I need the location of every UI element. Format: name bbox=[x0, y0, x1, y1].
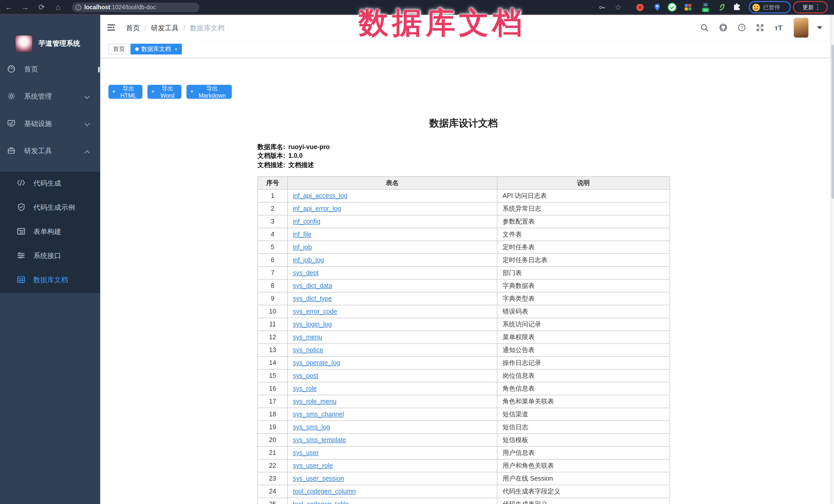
sidebar-item-db-doc[interactable]: 数据库文档 bbox=[0, 268, 100, 292]
table-name-link[interactable]: inf_job bbox=[293, 244, 312, 251]
sidebar-item-form-builder[interactable]: 表单构建 bbox=[0, 220, 100, 244]
export-html-button[interactable]: +导出 HTML bbox=[108, 85, 142, 98]
table-name-link[interactable]: inf_job_log bbox=[293, 257, 324, 264]
table-name-link[interactable]: sys_dept bbox=[293, 269, 319, 277]
row-table-name: inf_file bbox=[287, 228, 497, 241]
row-table-name: inf_api_error_log bbox=[287, 202, 497, 215]
emoji-face-icon[interactable] bbox=[752, 3, 761, 12]
extension-blue-icon[interactable] bbox=[652, 2, 662, 12]
sidebar-item-codegen[interactable]: 代码生成 bbox=[0, 171, 100, 196]
row-description: 岗位信息表 bbox=[497, 369, 670, 382]
tag-db-doc[interactable]: 数据库文档 × bbox=[131, 43, 182, 54]
browser-menu-icon[interactable] bbox=[817, 4, 818, 10]
sidebar-item-infra[interactable]: 基础设施 bbox=[0, 110, 100, 137]
password-key-icon[interactable] bbox=[597, 2, 607, 12]
table-name-link[interactable]: sys_user_role bbox=[293, 462, 333, 469]
breadcrumb-current: 数据库文档 bbox=[190, 23, 224, 32]
table-row: 23sys_user_session用户在线 Session bbox=[258, 472, 670, 485]
row-index: 21 bbox=[258, 446, 287, 459]
search-icon[interactable] bbox=[699, 22, 710, 33]
col-header-desc: 说明 bbox=[497, 177, 670, 190]
row-index: 18 bbox=[258, 408, 287, 421]
extension-red-icon[interactable] bbox=[635, 2, 645, 12]
row-index: 25 bbox=[258, 498, 287, 504]
tables-index: 序号 表名 说明 1inf_api_access_logAPI 访问日志表2in… bbox=[258, 176, 670, 504]
table-name-link[interactable]: tool_codegen_column bbox=[293, 488, 356, 495]
user-avatar[interactable] bbox=[793, 17, 809, 38]
paused-extension-annotation: 已暂停 bbox=[749, 1, 791, 13]
sidebar-scrollbar-thumb[interactable] bbox=[98, 67, 100, 72]
row-index: 7 bbox=[258, 266, 287, 279]
doc-version-line: 文档版本:1.0.0 bbox=[258, 152, 670, 161]
table-name-link[interactable]: sys_sms_template bbox=[293, 436, 346, 444]
table-name-link[interactable]: inf_api_error_log bbox=[293, 205, 341, 212]
table-name-link[interactable]: sys_menu bbox=[293, 334, 322, 341]
collapse-sidebar-icon[interactable] bbox=[105, 22, 117, 33]
row-table-name: sys_sms_channel bbox=[287, 408, 497, 421]
row-index: 1 bbox=[258, 190, 287, 202]
sidebar-item-home[interactable]: 首页 bbox=[0, 56, 100, 83]
main-area: 首页 / 研发工具 / 数据库文档 ? bbox=[100, 15, 830, 504]
table-name-link[interactable]: sys_role_menu bbox=[293, 398, 336, 405]
table-name-link[interactable]: sys_user bbox=[293, 449, 319, 457]
sidebar-item-devtools[interactable]: 研发工具 bbox=[0, 137, 100, 165]
table-name-link[interactable]: sys_user_session bbox=[293, 475, 344, 482]
table-name-link[interactable]: sys_notice bbox=[293, 347, 323, 354]
row-table-name: sys_operate_log bbox=[287, 356, 497, 369]
table-row: 5inf_job定时任务表 bbox=[258, 241, 670, 254]
tag-close-icon[interactable]: × bbox=[174, 44, 178, 54]
table-name-link[interactable]: sys_sms_log bbox=[293, 423, 330, 431]
table-name-link[interactable]: sys_operate_log bbox=[293, 359, 340, 367]
tag-home[interactable]: 首页 bbox=[108, 43, 130, 54]
help-icon[interactable]: ? bbox=[736, 22, 747, 33]
extension-on-badge-icon[interactable]: on bbox=[700, 2, 711, 12]
browser-forward-icon[interactable]: → bbox=[20, 0, 31, 14]
table-row: 11sys_login_log系统访问记录 bbox=[258, 318, 670, 331]
url-path: :1024/tool/db-doc bbox=[110, 4, 156, 10]
breadcrumb-home[interactable]: 首页 bbox=[126, 23, 140, 32]
table-row: 4inf_file文件表 bbox=[258, 228, 670, 241]
sidebar-item-system[interactable]: 系统管理 bbox=[0, 83, 100, 110]
table-name-link[interactable]: sys_error_code bbox=[293, 308, 337, 315]
export-word-button[interactable]: +导出 Word bbox=[148, 85, 181, 98]
font-size-icon[interactable]: тT bbox=[773, 22, 784, 33]
row-table-name: sys_user_session bbox=[287, 472, 497, 485]
table-name-link[interactable]: inf_api_access_log bbox=[293, 192, 348, 199]
github-icon[interactable] bbox=[717, 22, 729, 33]
update-button[interactable]: 更新 bbox=[803, 3, 814, 11]
row-index: 23 bbox=[258, 472, 287, 485]
doc-info: 数据库名:ruoyi-vue-pro 文档版本:1.0.0 文档描述:文档描述 bbox=[258, 143, 670, 170]
table-name-link[interactable]: sys_role bbox=[293, 385, 317, 392]
extension-grid-icon[interactable] bbox=[683, 2, 693, 12]
table-name-link[interactable]: sys_post bbox=[293, 372, 319, 379]
extension-green-icon[interactable] bbox=[717, 2, 727, 12]
fullscreen-icon[interactable] bbox=[754, 22, 766, 33]
table-name-link[interactable]: sys_dict_type bbox=[293, 295, 332, 302]
browser-reload-icon[interactable]: ⟳ bbox=[36, 0, 47, 14]
table-name-link[interactable]: sys_sms_channel bbox=[293, 411, 344, 418]
table-name-link[interactable]: tool_codegen_table bbox=[293, 501, 349, 504]
extensions-puzzle-icon[interactable] bbox=[732, 2, 742, 12]
table-row: 22sys_user_role用户和角色关联表 bbox=[258, 459, 670, 472]
site-info-icon[interactable]: i bbox=[75, 4, 81, 10]
app-logo-avatar bbox=[15, 35, 33, 52]
app-logo-row[interactable]: 芋道管理系统 bbox=[0, 15, 100, 56]
address-bar[interactable]: i localhost:1024/tool/db-doc bbox=[72, 2, 199, 12]
table-row: 15sys_post岗位信息表 bbox=[258, 369, 670, 382]
user-menu-caret-icon[interactable] bbox=[817, 26, 822, 29]
bookmark-star-icon[interactable]: ☆ bbox=[613, 2, 623, 12]
chevron-down-icon bbox=[84, 120, 90, 128]
sidebar-item-api[interactable]: 系统接口 bbox=[0, 244, 100, 268]
extension-green-check-icon[interactable] bbox=[667, 2, 677, 12]
table-name-link[interactable]: sys_dict_data bbox=[293, 282, 332, 289]
row-description: 短信模板 bbox=[497, 434, 670, 446]
browser-home-icon[interactable]: ⌂ bbox=[52, 0, 64, 14]
table-name-link[interactable]: sys_login_log bbox=[293, 321, 332, 328]
breadcrumb-devtools[interactable]: 研发工具 bbox=[151, 23, 179, 32]
table-name-link[interactable]: inf_file bbox=[293, 231, 311, 238]
browser-back-icon[interactable]: ← bbox=[3, 0, 15, 14]
table-name-link[interactable]: inf_config bbox=[293, 218, 321, 225]
export-markdown-button[interactable]: +导出 Markdown bbox=[186, 85, 232, 98]
doc-title: 数据库设计文档 bbox=[258, 116, 670, 130]
sidebar-item-codegen-demo[interactable]: 代码生成示例 bbox=[0, 196, 100, 220]
